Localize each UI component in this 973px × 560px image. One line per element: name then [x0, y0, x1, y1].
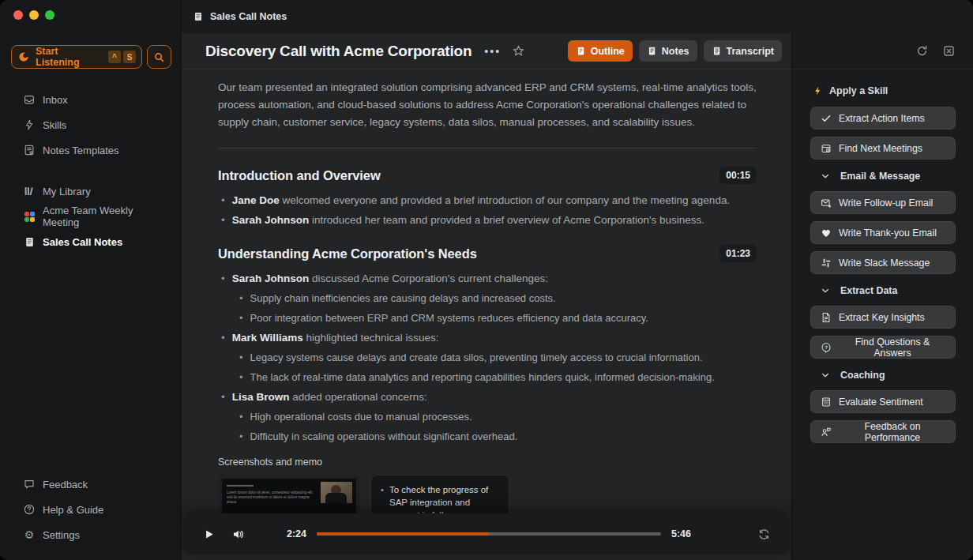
sidebar-item-label: Inbox	[43, 94, 68, 106]
list-item: Jane Doe welcomed everyone and provided …	[221, 194, 757, 207]
inbox-icon	[23, 93, 36, 106]
list-item: High operational costs due to manual pro…	[239, 411, 757, 423]
list-item: Sarah Johnson introduced her team and pr…	[221, 214, 757, 227]
audio-player: 2:24 5:46	[183, 513, 790, 554]
bullet-dot-icon	[239, 312, 243, 325]
list-item: Mark Williams highlighted technical issu…	[221, 332, 757, 344]
document-icon	[820, 312, 832, 323]
section-heading: Understanding Acme Corporation's Needs	[218, 246, 477, 261]
skill-write-follow-up-email[interactable]: Write Follow-up Email	[810, 191, 956, 214]
skill-group-coaching[interactable]: Coaching	[810, 370, 956, 381]
notes-doc-icon	[647, 46, 657, 56]
refresh-icon[interactable]	[915, 44, 929, 58]
timestamp-badge[interactable]: 01:23	[719, 245, 757, 262]
list-item: Difficulty in scaling operations without…	[239, 430, 757, 443]
notes-view-button[interactable]: Notes	[639, 40, 697, 62]
list-item: Lisa Brown added operational concerns:	[221, 391, 757, 404]
sidebar-item-feedback[interactable]: Feedback	[0, 472, 181, 497]
skills-panel: Apply a Skill Extract Action Items Find …	[791, 33, 973, 560]
section-heading-row: Understanding Acme Corporation's Needs 0…	[218, 245, 757, 262]
skill-extract-key-insights[interactable]: Extract Key Insights	[810, 306, 956, 329]
skill-feedback-on-performance[interactable]: Feedback on Performance	[810, 420, 956, 443]
sidebar-item-label: My Library	[43, 186, 91, 197]
doc-body: Our team presented an integrated solutio…	[182, 70, 791, 560]
close-panel-icon[interactable]	[942, 44, 956, 58]
skill-write-slack-message[interactable]: Write Slack Message	[810, 251, 956, 274]
shortcut-key-control: ^	[108, 51, 121, 63]
bullet-dot-icon	[221, 272, 225, 285]
topbar-tab-title: Sales Call Notes	[210, 11, 287, 22]
list-item: Legacy systems cause delays and create d…	[239, 351, 757, 364]
help-question-icon	[23, 503, 36, 516]
sidebar-item-label: Help & Guide	[43, 504, 103, 516]
bullet-dot-icon	[221, 194, 225, 207]
list-item: Sarah Johnson discussed Acme Corporation…	[221, 272, 757, 285]
skill-group-email-message[interactable]: Email & Message	[810, 171, 956, 182]
sidebar-item-acme-team-weekly-meeting[interactable]: Acme Team Weekly Meeting	[0, 204, 181, 229]
shortcut-key-s: S	[123, 51, 136, 63]
favorite-star-icon[interactable]	[512, 44, 525, 58]
attachments-label: Screenshots and memo	[218, 457, 757, 468]
bullet-list: Sarah Johnson discussed Acme Corporation…	[218, 272, 757, 443]
sidebar-item-label: Sales Call Notes	[43, 236, 122, 248]
sidebar-item-my-library[interactable]: My Library	[0, 179, 181, 204]
sidebar-item-inbox[interactable]: Inbox	[0, 87, 181, 112]
chevron-down-icon	[821, 370, 830, 380]
play-button[interactable]	[202, 528, 216, 541]
bullet-list: Jane Doe welcomed everyone and provided …	[218, 194, 757, 227]
skill-write-thank-you-email[interactable]: Write Thank-you Email	[810, 221, 956, 244]
lightning-icon	[23, 118, 36, 131]
skill-extract-action-items[interactable]: Extract Action Items	[810, 107, 956, 130]
listening-swoosh-icon	[17, 51, 30, 63]
timestamp-badge[interactable]: 00:15	[719, 167, 757, 184]
bullet-dot-icon	[221, 214, 225, 227]
gear-icon	[23, 528, 36, 541]
skills-panel-header	[792, 33, 973, 70]
skill-find-next-meetings[interactable]: Find Next Meetings	[810, 137, 956, 160]
close-window-button[interactable]	[13, 10, 23, 20]
skill-find-questions-answers[interactable]: ? Find Questions & Answers	[810, 336, 956, 359]
minimize-window-button[interactable]	[29, 10, 39, 20]
check-icon	[820, 113, 832, 124]
note-doc-icon	[23, 235, 36, 248]
sidebar: Start Listening ^ S Inbox	[0, 0, 182, 560]
skills-title-row: Apply a Skill	[810, 85, 956, 96]
sidebar-item-settings[interactable]: Settings	[0, 522, 181, 547]
start-listening-button[interactable]: Start Listening ^ S	[11, 45, 142, 69]
outline-view-button[interactable]: Outline	[568, 40, 633, 62]
webcam-video-thumbnail	[321, 482, 352, 503]
progress-bar[interactable]	[317, 532, 661, 536]
skill-evaluate-sentiment[interactable]: Evaluate Sentiment	[810, 390, 956, 413]
bullet-dot-icon	[239, 351, 243, 364]
transcript-view-button[interactable]: Transcript	[704, 40, 782, 62]
skills-title: Apply a Skill	[829, 85, 888, 96]
person-feedback-icon	[820, 427, 832, 438]
question-bubble-icon: ?	[820, 342, 832, 353]
skill-group-extract-data[interactable]: Extract Data	[810, 285, 956, 296]
doc-header: Discovery Call with Acme Corporation Out…	[182, 33, 791, 70]
replay-icon[interactable]	[757, 528, 771, 541]
window-topbar: Sales Call Notes	[182, 0, 973, 33]
sidebar-item-notes-templates[interactable]: Notes Templates	[0, 137, 181, 163]
zoom-window-button[interactable]	[45, 10, 54, 20]
sidebar-item-sales-call-notes[interactable]: Sales Call Notes	[0, 229, 181, 254]
search-button[interactable]	[147, 45, 171, 69]
chevron-down-icon	[821, 171, 830, 181]
svg-text:?: ?	[825, 344, 828, 349]
sidebar-item-skills[interactable]: Skills	[0, 112, 181, 137]
summary-paragraph: Our team presented an integrated solutio…	[218, 79, 757, 131]
more-options-icon[interactable]	[484, 45, 501, 58]
library-books-icon	[23, 185, 36, 197]
sidebar-item-label: Settings	[43, 529, 80, 541]
section-heading-row: Introduction and Overview 00:15	[218, 167, 757, 184]
view-switcher: Outline Notes Transcript	[568, 40, 782, 62]
lightning-bolt-icon	[813, 85, 823, 96]
sidebar-item-help-guide[interactable]: Help & Guide	[0, 497, 181, 522]
volume-icon[interactable]	[231, 528, 245, 541]
sidebar-item-label: Skills	[43, 119, 66, 131]
bullet-dot-icon	[239, 411, 243, 423]
start-listening-label: Start Listening	[36, 46, 103, 68]
slide-title-bar	[227, 485, 254, 487]
heart-icon	[820, 227, 832, 239]
email-send-icon	[820, 197, 832, 209]
